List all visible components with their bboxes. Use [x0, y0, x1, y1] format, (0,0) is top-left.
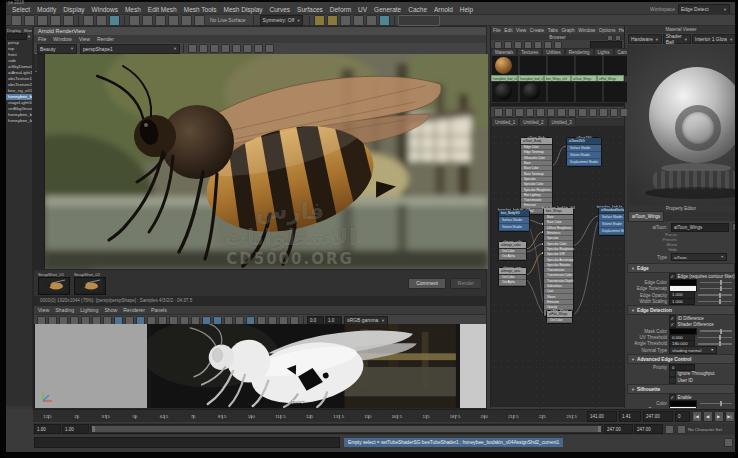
current-time-field[interactable]: 141.00 — [587, 411, 617, 422]
property-row[interactable]: Width Scaling 1.000 ▼ — [627, 298, 735, 304]
slider[interactable] — [700, 330, 732, 332]
viewport-menu-item[interactable]: Shading — [55, 307, 74, 313]
hypershade-menu-item[interactable]: Help — [619, 28, 624, 33]
color-swatch[interactable] — [669, 406, 697, 408]
render-sequence-icon[interactable] — [366, 15, 377, 26]
value-field[interactable]: 1.000 — [669, 298, 695, 306]
node-attribute-row[interactable]: Out Alpha — [499, 254, 526, 259]
node-attribute-row[interactable]: Surface Shader — [599, 214, 624, 221]
renderview-menu-item[interactable]: Render — [97, 36, 114, 42]
node-aitoon-body[interactable]: aiToon_Body aiToon_Body Edge ColorEdge T… — [520, 137, 553, 215]
menu-item[interactable]: Mesh — [125, 6, 141, 13]
menu-item[interactable]: Surfaces — [297, 6, 323, 13]
playback-speed-field[interactable]: 1.41 — [619, 411, 641, 422]
node-body-sg[interactable]: honeybee_bodskin_v01 bee_BodySG Surface … — [498, 209, 530, 232]
redo-icon[interactable] — [63, 15, 74, 26]
render-current-frame-icon[interactable] — [314, 15, 325, 26]
snap-grid-icon[interactable] — [129, 15, 140, 26]
character-set-selector[interactable]: No Character Set — [688, 427, 734, 432]
material-preview[interactable] — [627, 45, 735, 205]
camera-dropdown[interactable]: perspShape1▼ — [80, 44, 180, 54]
property-row[interactable]: Normal Type shading normal▼ — [627, 347, 735, 353]
renderview-titlebar[interactable]: Arnold RenderView — [34, 27, 486, 35]
node-attribute-row[interactable]: Displacement Shader — [599, 228, 624, 235]
menu-item[interactable]: Display — [63, 6, 84, 13]
aov-list-icon[interactable] — [35, 53, 37, 72]
node-attribute-row[interactable]: Volume Shader — [567, 152, 601, 159]
create-node-icon[interactable] — [578, 108, 587, 117]
snap-curve-icon[interactable] — [142, 15, 153, 26]
menu-item[interactable]: Curves — [270, 6, 291, 13]
hypershade-menu-item[interactable]: Graph — [561, 28, 574, 33]
outliner-item[interactable]: honeybee_bodskin_v06 — [6, 118, 32, 124]
menu-item[interactable]: Select — [12, 6, 30, 13]
hypershade-icon[interactable] — [353, 15, 364, 26]
outliner-search-input[interactable] — [7, 33, 27, 40]
playback-end-field[interactable]: 247.00 — [604, 424, 633, 434]
slider[interactable] — [700, 282, 732, 284]
slider[interactable] — [698, 343, 732, 345]
material-swatch[interactable] — [519, 81, 547, 103]
lasso-tool-icon[interactable] — [96, 15, 107, 26]
debug-shading-icon[interactable] — [221, 44, 230, 53]
playback-start-field[interactable]: 1.00 — [62, 424, 89, 434]
node-graph[interactable]: aiToon_Body aiToon_Body Edge ColorEdge T… — [491, 126, 624, 407]
node-attribute-row[interactable]: Displacement Shader — [567, 159, 601, 166]
node-attribute-row[interactable]: Out Color — [547, 318, 572, 323]
hypershade-menu-item[interactable]: View — [516, 28, 526, 33]
animation-end-field[interactable]: 247.00 — [634, 424, 663, 434]
command-line-input[interactable] — [34, 437, 340, 448]
time-slider[interactable]: 12.52537.55062.57587.5100112.5125137.515… — [33, 409, 735, 422]
pin-icon[interactable] — [589, 108, 598, 117]
node-attribute-row[interactable]: Volume Shader — [499, 224, 529, 231]
no-live-surface-label[interactable]: No Live Surface — [210, 17, 246, 23]
node-aitoon-sg[interactable]: aiToon1SG aiToon1SG Surface ShaderVolume… — [566, 137, 602, 167]
menu-item[interactable]: Edit Mesh — [148, 6, 177, 13]
make-live-icon[interactable] — [194, 15, 205, 26]
type-dropdown[interactable]: aiToon▼ — [671, 253, 727, 261]
viewport-menu-item[interactable]: Lighting — [80, 307, 98, 313]
node-header[interactable]: aiStandardSurfaceSG — [599, 207, 624, 214]
material-swatch[interactable] — [491, 55, 519, 77]
material-swatch[interactable] — [547, 55, 575, 77]
viewport-view[interactable]: persp — [34, 324, 486, 408]
end-time-field[interactable]: 247.00 — [643, 411, 673, 422]
pin-panel-icon[interactable] — [607, 35, 613, 41]
rendered-image[interactable] — [45, 54, 488, 269]
material-swatch[interactable] — [547, 81, 575, 103]
menu-item[interactable]: UV — [358, 6, 367, 13]
property-row[interactable]: User ID ▼ — [627, 377, 735, 383]
render-button[interactable]: Render — [450, 278, 482, 289]
node-attribute-row[interactable]: Volume Shader — [599, 221, 624, 228]
snapshot-thumbnail[interactable] — [74, 277, 106, 295]
range-slider-bar[interactable] — [90, 424, 603, 434]
animation-preferences-icon[interactable] — [677, 425, 686, 434]
snap-view-plane-icon[interactable] — [181, 15, 192, 26]
node-header[interactable]: aiToon_Body — [521, 138, 552, 145]
hypershade-menu-item[interactable]: Tabs — [548, 28, 558, 33]
settings-gear-icon[interactable] — [265, 44, 274, 53]
region-render-icon[interactable] — [210, 44, 219, 53]
graph-materials-icon[interactable] — [557, 108, 566, 117]
material-swatch[interactable] — [575, 81, 603, 103]
snapshot-item[interactable]: SnapShot_02 — [74, 272, 106, 295]
slider[interactable] — [700, 403, 732, 405]
section-silhouette[interactable]: ▼Silhouette — [627, 384, 735, 394]
node-attribute-row[interactable]: Out Alpha — [499, 280, 526, 285]
isolate-selected-icon[interactable] — [232, 44, 241, 53]
remove-selected-icon[interactable] — [547, 108, 556, 117]
menu-item[interactable]: Deform — [330, 6, 351, 13]
go-to-start-button[interactable]: |◀ — [692, 411, 702, 422]
hypershade-menu-item[interactable]: Create — [530, 28, 544, 33]
section-edge[interactable]: ▼Edge — [627, 263, 735, 273]
lock-camera-icon[interactable] — [199, 44, 208, 53]
undo-icon[interactable] — [50, 15, 61, 26]
viewport-menu-item[interactable]: Show — [104, 307, 117, 313]
menu-item[interactable]: Mesh Tools — [184, 6, 217, 13]
material-name-input[interactable]: aiToon_Wings — [671, 223, 729, 232]
play-button[interactable]: ▶ — [714, 411, 724, 422]
modeling-toolkit-button[interactable] — [398, 15, 440, 26]
node-attribute-row[interactable]: Surface Shader — [567, 145, 601, 152]
node-bee-wings[interactable]: honeybee_bodskin_v04 bee_Wings BaseBase … — [543, 207, 574, 317]
menu-item[interactable]: Help — [460, 6, 473, 13]
